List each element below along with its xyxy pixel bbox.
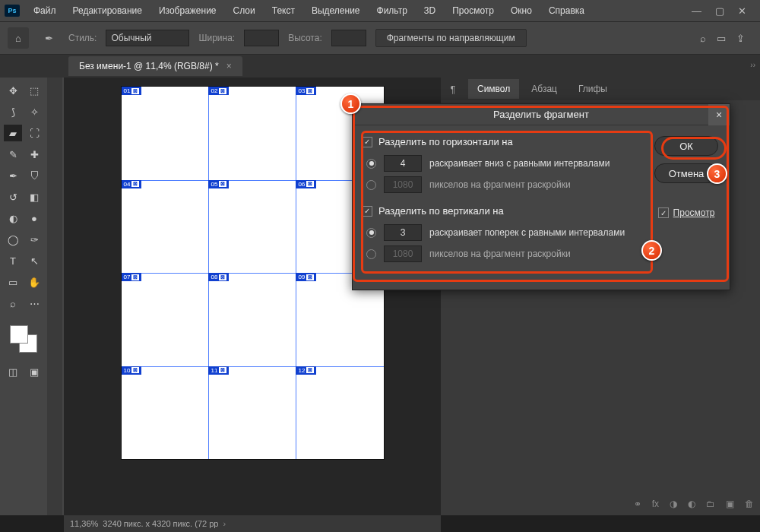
tab-paragraph[interactable]: Абзац xyxy=(522,79,566,99)
slices-from-guides-button[interactable]: Фрагменты по направляющим xyxy=(375,29,527,47)
gradient-tool-icon[interactable]: ◐ xyxy=(4,210,22,226)
pen-tool-icon[interactable]: ✑ xyxy=(25,231,43,248)
app-logo: Ps xyxy=(5,5,20,17)
wand-tool-icon[interactable]: ✧ xyxy=(25,103,43,120)
share-icon[interactable]: ⇪ xyxy=(736,33,745,44)
collapsed-panel-strip[interactable] xyxy=(47,78,62,515)
fx-icon[interactable]: fx xyxy=(652,499,659,509)
document-tab-title: Без имени-1 @ 11,4% (RGB/8#) * xyxy=(79,61,219,71)
eraser-tool-icon[interactable]: ◧ xyxy=(25,188,43,205)
heal-tool-icon[interactable]: ✚ xyxy=(25,146,43,163)
menu-filter[interactable]: Фильтр xyxy=(369,2,415,19)
path-tool-icon[interactable]: ↖ xyxy=(25,252,43,269)
eyedropper-tool-icon[interactable]: ✎ xyxy=(4,146,22,163)
home-button[interactable]: ⌂ xyxy=(8,27,29,49)
v-count-desc: раскраивает поперек с равными интервалам… xyxy=(429,227,625,238)
annotation-badge-3: 3 xyxy=(707,163,727,184)
search-icon[interactable]: ⌕ xyxy=(700,33,706,44)
style-select[interactable] xyxy=(106,30,189,46)
preview-checkbox[interactable] xyxy=(658,207,669,218)
divide-vertical-checkbox[interactable] xyxy=(362,206,372,217)
current-tool-icon[interactable]: ✒ xyxy=(38,30,59,46)
menu-window[interactable]: Окно xyxy=(503,2,540,19)
dialog-title-bar[interactable]: Разделить фрагмент × xyxy=(353,104,730,125)
move-tool-icon[interactable]: ✥ xyxy=(4,82,22,99)
height-label: Высота: xyxy=(288,33,322,43)
marquee-tool-icon[interactable]: ⬚ xyxy=(25,82,43,99)
folder-icon[interactable]: 🗀 xyxy=(706,499,715,509)
slice-badge: 12⊠ xyxy=(296,366,316,375)
home-icon: ⌂ xyxy=(15,33,21,44)
document-tab[interactable]: Без имени-1 @ 11,4% (RGB/8#) * × xyxy=(68,56,242,76)
more-tool-icon[interactable]: ⋯ xyxy=(25,295,43,312)
link-icon[interactable]: ⚭ xyxy=(634,499,641,509)
v-px-radio[interactable] xyxy=(366,249,376,259)
workspace-icon[interactable]: ▭ xyxy=(717,33,726,44)
foreground-swatch[interactable] xyxy=(10,325,28,344)
zoom-tool-icon[interactable]: ⌕ xyxy=(4,295,22,312)
tab-glyphs[interactable]: Глифы xyxy=(569,79,616,99)
adjust-icon[interactable]: ◐ xyxy=(688,499,695,509)
history-brush-icon[interactable]: ↺ xyxy=(4,188,22,205)
new-layer-icon[interactable]: ▣ xyxy=(726,499,734,509)
menu-help[interactable]: Справка xyxy=(541,2,592,19)
divide-horizontal-checkbox[interactable] xyxy=(362,137,372,147)
menu-layers[interactable]: Слои xyxy=(226,2,263,19)
menu-view[interactable]: Просмотр xyxy=(445,2,502,19)
slice-badge: 04⊠ xyxy=(122,180,142,188)
status-chevron-icon[interactable]: › xyxy=(223,519,226,528)
guide-h2 xyxy=(122,273,384,274)
h-px-input[interactable] xyxy=(384,176,422,193)
h-count-input[interactable] xyxy=(384,155,422,172)
annotation-badge-2: 2 xyxy=(641,240,662,261)
height-input[interactable] xyxy=(331,30,366,46)
tab-symbol[interactable]: Символ xyxy=(468,79,519,99)
menu-edit[interactable]: Редактирование xyxy=(65,2,150,19)
v-px-desc: пикселов на фрагмент раскройки xyxy=(429,249,571,259)
status-zoom[interactable]: 11,36% xyxy=(70,519,98,528)
h-count-radio[interactable] xyxy=(366,159,376,169)
slice-badge: 02⊠ xyxy=(208,87,229,95)
slice-tool-icon[interactable]: ▰ xyxy=(4,125,22,141)
menu-image[interactable]: Изображение xyxy=(151,2,224,19)
collapse-panel-icon[interactable]: ›› xyxy=(750,61,755,69)
quickmask-icon[interactable]: ◫ xyxy=(4,363,22,380)
blur-tool-icon[interactable]: ● xyxy=(25,210,43,226)
v-count-radio[interactable] xyxy=(366,228,376,238)
slice-badge: 10⊠ xyxy=(122,366,142,375)
mask-icon[interactable]: ◑ xyxy=(670,499,677,509)
color-swatches[interactable] xyxy=(8,324,39,354)
v-count-input[interactable] xyxy=(384,224,422,241)
dialog-close-button[interactable]: × xyxy=(708,104,730,125)
tab-close-icon[interactable]: × xyxy=(226,61,232,71)
close-icon[interactable]: ✕ xyxy=(738,5,746,17)
preview-label: Просмотр xyxy=(673,207,715,218)
minimize-icon[interactable]: — xyxy=(692,5,701,17)
trash-icon[interactable]: 🗑 xyxy=(745,499,754,509)
lasso-tool-icon[interactable]: ⟆ xyxy=(4,103,22,120)
width-input[interactable] xyxy=(244,30,279,46)
menu-3d[interactable]: 3D xyxy=(416,2,443,19)
screenmode-icon[interactable]: ▣ xyxy=(25,363,43,380)
slice-badge: 11⊠ xyxy=(208,366,229,375)
canvas[interactable]: 01⊠ 02⊠ 03⊠ 04⊠ 05⊠ 06⊠ 07⊠ 08⊠ 09⊠ 10⊠ … xyxy=(122,87,384,459)
maximize-icon[interactable]: ▢ xyxy=(715,5,724,17)
ok-button[interactable]: ОК xyxy=(654,136,718,156)
panel-tabs: Символ Абзац Глифы xyxy=(441,78,760,100)
options-bar: ⌂ ✒ Стиль: Ширина: Высота: Фрагменты по … xyxy=(0,21,760,55)
h-px-radio[interactable] xyxy=(366,180,376,190)
hand-tool-icon[interactable]: ✋ xyxy=(25,274,43,290)
divide-slice-dialog: Разделить фрагмент × Разделить по горизо… xyxy=(352,103,730,290)
crop-tool-icon[interactable]: ⛶ xyxy=(25,125,43,141)
dodge-tool-icon[interactable]: ◯ xyxy=(4,231,22,248)
menu-text[interactable]: Текст xyxy=(264,2,302,19)
brush-tool-icon[interactable]: ✒ xyxy=(4,167,22,184)
shape-tool-icon[interactable]: ▭ xyxy=(4,274,22,290)
horizontal-group: Разделить по горизонтали на раскраивает … xyxy=(362,136,641,193)
stamp-tool-icon[interactable]: ⛉ xyxy=(25,167,43,184)
v-px-input[interactable] xyxy=(384,245,422,262)
menu-file[interactable]: Файл xyxy=(26,2,64,19)
type-tool-icon[interactable]: T xyxy=(4,252,22,269)
character-panel-icon[interactable]: ¶ xyxy=(444,81,462,99)
menu-select[interactable]: Выделение xyxy=(304,2,368,19)
